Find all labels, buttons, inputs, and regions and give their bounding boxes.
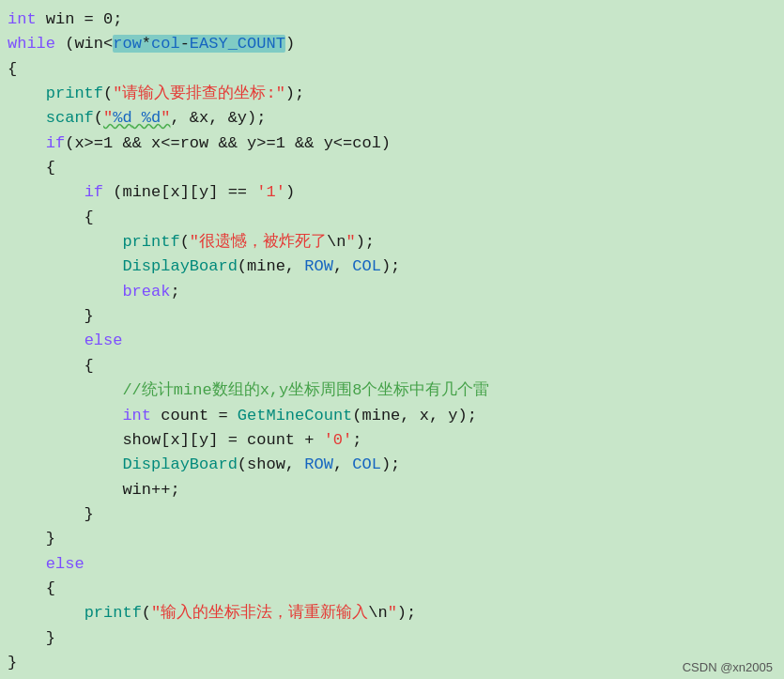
code-line: scanf("%d %d", &x, &y); [0,106,784,131]
fn-displayboard1: DisplayBoard [122,257,237,275]
code-text: show[x][y] = count + [8,431,324,449]
code-line: DisplayBoard(mine, ROW, COL); [0,255,784,279]
code-line: } [0,651,784,675]
str-dead: "很遗憾，被炸死了\n" [190,233,356,251]
code-line: } [0,304,784,329]
code-text: ( [180,233,190,251]
code-text: , [333,455,352,473]
keyword-else2: else [46,555,85,573]
code-line: break; [0,280,784,304]
code-line: } [0,626,784,651]
code-text: ; [352,431,361,449]
code-text: (mine, [238,257,304,275]
code-block: int win = 0; while (win<row*col-EASY_COU… [0,0,784,679]
keyword-int2: int [122,407,151,424]
code-text: (x>=1 && x<=row && y>=1 && y<=col) [65,134,391,152]
var-col: col [151,35,180,53]
code-text: ); [356,233,375,251]
fn-scanf: scanf [46,109,94,127]
code-text: { [8,579,55,597]
code-text [8,332,85,349]
code-text [8,555,46,573]
code-text [8,455,122,473]
code-text: * [142,35,151,53]
code-line: { [0,206,784,230]
code-line: else [0,329,784,353]
code-text: { [8,159,55,177]
code-text: ( [142,604,151,622]
code-text [8,109,46,127]
code-text: , [333,257,352,275]
var-easy-count: EASY_COUNT [190,35,285,53]
var-col3: COL [352,455,381,473]
code-line: { [0,156,784,180]
code-line: printf("输入的坐标非法，请重新输入\n"); [0,601,784,625]
code-text: { [8,357,94,375]
code-line: else [0,552,784,577]
code-text: ) [285,35,295,53]
keyword-break: break [122,283,170,301]
var-row: row [113,35,142,53]
fn-displayboard2: DisplayBoard [122,455,237,473]
code-text: ( [103,85,113,102]
code-line: printf("请输入要排查的坐标:"); [0,82,784,106]
code-text: (mine, x, y); [352,407,477,424]
code-line: int count = GetMineCount(mine, x, y); [0,404,784,428]
code-text: ); [381,257,400,275]
code-text: { [8,208,94,226]
code-text: - [180,35,190,53]
code-text: } [8,307,94,325]
keyword-if: if [46,134,65,152]
code-text: ); [285,85,304,102]
code-text: ); [397,604,416,622]
code-text [8,134,46,152]
code-text: win = 0; [37,10,123,28]
footer: CSDN @xn2005 [683,658,773,677]
code-line: { [0,354,784,378]
code-text: } [8,530,55,548]
code-line: } [0,502,784,527]
code-text [8,283,122,301]
var-row3: ROW [304,455,333,473]
str-invalid: "输入的坐标非法，请重新输入\n" [151,604,397,622]
code-line: int win = 0; [0,8,784,32]
code-text: ; [170,283,179,301]
fn-printf: printf [46,85,103,102]
code-text [8,85,46,102]
str-format: "%d %d" [103,109,170,127]
code-line: } [0,527,784,551]
code-text [8,604,85,622]
code-line: printf("很遗憾，被炸死了\n"); [0,230,784,255]
code-line: { [0,57,784,82]
code-text: { [8,60,17,78]
code-text: } [8,629,55,647]
code-line: if(x>=1 && x<=row && y>=1 && y<=col) [0,131,784,156]
code-text: } [8,654,17,671]
code-line: { [0,577,784,601]
code-line: DisplayBoard(show, ROW, COL); [0,453,784,477]
code-line: show[x][y] = count + '0'; [0,428,784,453]
code-text: ( [94,109,103,127]
keyword-int: int [8,10,37,28]
keyword-while: while [8,35,55,53]
code-text: } [8,505,94,523]
str-zero: '0' [324,431,353,449]
comment-text: //统计mine数组的x,y坐标周围8个坐标中有几个雷 [8,381,489,399]
highlight-expression: row*col-EASY_COUNT [113,35,285,53]
fn-printf2: printf [122,233,179,251]
code-text: ); [381,455,400,473]
var-row2: ROW [304,257,333,275]
code-text [8,407,122,424]
code-text: , &x, &y); [170,109,266,127]
code-line-comment: //统计mine数组的x,y坐标周围8个坐标中有几个雷 [0,378,784,403]
str-one: '1' [256,183,285,201]
fn-getminecount: GetMineCount [238,407,352,424]
code-line-while: while (win<row*col-EASY_COUNT) [0,32,784,56]
footer-text: CSDN @xn2005 [683,660,773,674]
code-line: win++; [0,478,784,502]
var-col2: COL [352,257,381,275]
code-text [8,257,122,275]
str-prompt: "请输入要排查的坐标:" [113,85,285,102]
keyword-else1: else [85,332,123,349]
code-text: (mine[x][y] == [103,183,256,201]
